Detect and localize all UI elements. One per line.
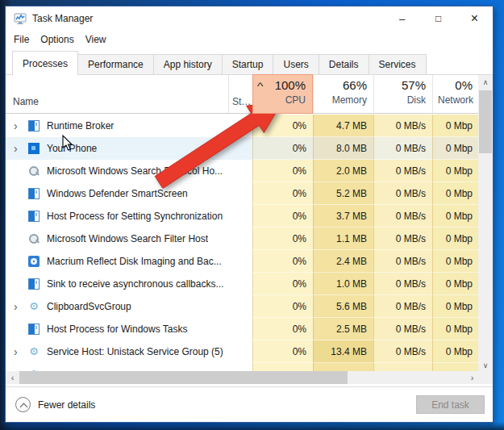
column-header-status[interactable]: St… (228, 75, 252, 113)
scroll-left-icon[interactable]: ‹ (6, 371, 19, 384)
vertical-scrollbar[interactable]: ∧ ∨ (478, 75, 493, 372)
tab-bar: ProcessesPerformanceApp historyStartupUs… (6, 48, 493, 75)
process-name: Microsoft Windows Search Filter Host (47, 233, 208, 244)
process-memory-value: 1.0 MB (313, 273, 373, 295)
process-name: Runtime Broker (47, 120, 114, 132)
phone-app-icon (28, 143, 40, 154)
process-cpu-value: 0% (252, 205, 313, 228)
process-name: Windows Defender SmartScreen (47, 188, 188, 199)
tab-users[interactable]: Users (273, 54, 319, 75)
footer-bar: Fewer details End task (6, 386, 493, 422)
process-name-cell: Microsoft Windows Search Protocol Ho... (6, 160, 252, 182)
process-network-value: 0 Mbp (432, 318, 479, 340)
tab-performance[interactable]: Performance (78, 54, 154, 75)
gear-icon: ⚙ (28, 346, 40, 357)
vertical-scroll-thumb[interactable] (479, 90, 492, 153)
process-name-cell: Windows Defender SmartScreen (6, 182, 252, 205)
menu-item-file[interactable]: File (14, 34, 29, 45)
horizontal-scrollbar[interactable]: ‹ › (6, 371, 479, 384)
app-window-icon (28, 278, 40, 290)
scroll-up-icon[interactable]: ∧ (478, 75, 493, 89)
tab-processes[interactable]: Processes (12, 51, 78, 75)
expand-chevron-icon[interactable]: › (14, 120, 28, 132)
scroll-right-icon[interactable]: › (465, 371, 479, 384)
process-name-cell: Sink to receive asynchronous callbacks..… (6, 273, 252, 295)
process-cpu-value: 0% (252, 273, 313, 295)
process-name: Macrium Reflect Disk Imaging and Bac... (47, 256, 222, 267)
title-bar[interactable]: Task Manager – □ × (6, 6, 493, 31)
tab-app-history[interactable]: App history (154, 54, 223, 75)
process-row[interactable]: ›Runtime Broker0%4.7 MB0 MB/s0 Mbp (6, 115, 479, 137)
column-header-disk[interactable]: 57% Disk (373, 75, 432, 113)
process-name: Microsoft Windows Search Protocol Ho... (47, 165, 223, 177)
minimize-button[interactable]: – (384, 6, 420, 31)
expand-chevron-icon[interactable]: › (14, 143, 28, 154)
process-cpu-value: 0% (252, 228, 313, 250)
tab-startup[interactable]: Startup (223, 54, 274, 75)
menu-item-view[interactable]: View (85, 34, 106, 45)
process-name-cell: ›Runtime Broker (6, 115, 252, 137)
process-row[interactable]: Host Process for Windows Tasks0%2.5 MB0 … (6, 318, 479, 340)
process-row[interactable]: Macrium Reflect Disk Imaging and Bac...0… (6, 250, 479, 273)
process-row[interactable]: Microsoft Windows Search Protocol Ho...0… (6, 160, 479, 182)
process-network-value: 0 Mbp (432, 205, 479, 228)
process-table: Name St… ^ 100% CPU 66% Memory 5 (6, 75, 493, 386)
desktop-background: Task Manager – □ × FileOptionsView Proce… (0, 0, 504, 430)
close-button[interactable]: × (456, 6, 493, 31)
process-disk-value: 0 MB/s (373, 295, 432, 318)
disk-total-usage: 57% (402, 78, 426, 92)
column-header-cpu[interactable]: ^ 100% CPU (252, 74, 313, 114)
process-cpu-value: 0% (252, 160, 313, 182)
process-name: Your Phone (47, 143, 97, 154)
process-disk-value: 0 MB/s (373, 137, 432, 160)
process-row[interactable]: ›Your Phone0%8.0 MB0 MB/s0 Mbp (6, 137, 479, 160)
process-memory-value: 8.0 MB (313, 137, 373, 160)
process-disk-value: 0 MB/s (373, 273, 432, 295)
process-name-cell: ›Your Phone (6, 137, 252, 160)
tab-details[interactable]: Details (319, 54, 369, 75)
process-disk-value: 0 MB/s (373, 228, 432, 250)
process-memory-value: 2.0 MB (313, 160, 373, 182)
process-row[interactable]: ›⚙Service Host: Unistack Service Group (… (6, 340, 479, 363)
disk-icon (28, 256, 40, 267)
horizontal-scroll-thumb[interactable] (19, 371, 348, 384)
expand-chevron-icon[interactable]: › (14, 346, 28, 357)
caption-buttons: – □ × (384, 6, 493, 31)
process-row[interactable]: ›⚙ClipboardSvcGroup0%5.6 MB0 MB/s0 Mbp (6, 295, 479, 318)
column-header-network[interactable]: 0% Network (432, 75, 479, 113)
tab-services[interactable]: Services (369, 54, 427, 75)
maximize-button[interactable]: □ (420, 6, 456, 31)
fewer-details-toggle[interactable]: Fewer details (15, 397, 95, 412)
expand-chevron-icon[interactable]: › (14, 301, 28, 312)
process-name: Sink to receive asynchronous callbacks..… (47, 278, 223, 290)
process-row[interactable]: Sink to receive asynchronous callbacks..… (6, 273, 479, 295)
process-memory-value: 3.7 MB (313, 205, 373, 228)
process-cpu-value: 0% (252, 115, 313, 137)
gear-icon: ⚙ (28, 301, 40, 312)
end-task-button[interactable]: End task (416, 395, 485, 414)
process-memory-value: 13.4 MB (313, 340, 373, 363)
chevron-up-circle-icon (15, 397, 31, 412)
process-name-cell: ›⚙Service Host: Unistack Service Group (… (6, 340, 252, 363)
app-window-icon (28, 324, 40, 335)
scroll-down-icon[interactable]: ∨ (478, 358, 493, 372)
process-row[interactable]: Windows Defender SmartScreen0%5.2 MB0 MB… (6, 182, 479, 205)
process-cpu-value: 0% (252, 318, 313, 340)
process-memory-value: 2.5 MB (313, 318, 373, 340)
process-row[interactable]: Microsoft Windows Search Filter Host0%1.… (6, 228, 479, 250)
menu-item-options[interactable]: Options (40, 34, 73, 45)
process-cpu-value: 0% (252, 250, 313, 273)
process-name: Host Process for Windows Tasks (47, 324, 188, 335)
column-header-name[interactable]: Name (6, 75, 228, 113)
memory-total-usage: 66% (343, 78, 367, 92)
process-network-value: 0 Mbp (432, 115, 479, 137)
column-header-memory[interactable]: 66% Memory (313, 75, 373, 113)
process-memory-value: 2.4 MB (313, 250, 373, 273)
process-network-value: 0 Mbp (432, 250, 479, 273)
process-cpu-value: 0% (252, 295, 313, 318)
menu-bar: FileOptionsView (6, 31, 493, 48)
process-row[interactable]: Host Process for Setting Synchronization… (6, 205, 479, 228)
task-manager-app-icon (14, 12, 27, 25)
scrollbar-corner (478, 371, 493, 384)
process-network-value: 0 Mbp (432, 137, 479, 160)
